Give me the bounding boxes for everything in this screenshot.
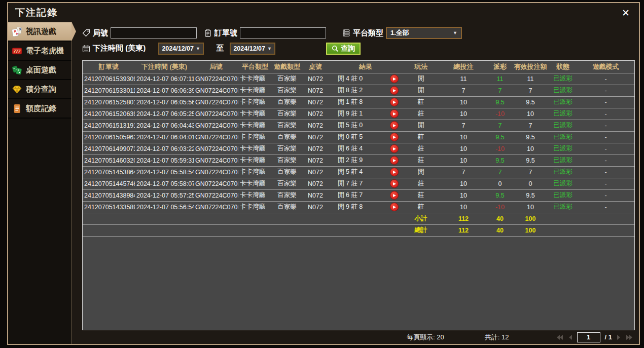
cell-order-no: 241207061533011 [83, 85, 135, 96]
date-to-picker[interactable]: 2024/12/07 ▼ [230, 43, 275, 55]
cell-order-no: 241207051438984 [83, 189, 135, 201]
order-label: 訂單號 [214, 28, 237, 38]
cell-round-no: GN07224C070E0 [194, 85, 238, 96]
prev-page-icon[interactable] [568, 334, 573, 340]
next-page-icon[interactable] [617, 334, 621, 340]
play-icon[interactable] [390, 74, 399, 83]
bet-time-label: 下注時間 (美東) [93, 44, 146, 53]
play-icon[interactable] [390, 121, 399, 130]
cell-table-no: N072 [302, 96, 329, 108]
search-icon [332, 45, 339, 52]
cell-game-type: 百家樂 [272, 166, 302, 178]
sidebar-item-label: 電子老虎機 [26, 46, 64, 56]
order-input[interactable] [240, 27, 326, 38]
sidebar-item-credit-records[interactable]: 額度記錄 [8, 99, 71, 119]
sidebar-item-video-games[interactable]: 9K♥視訊遊戲 [8, 22, 71, 42]
column-header: 結果 [329, 61, 403, 73]
cell-replay [385, 154, 403, 166]
play-icon[interactable] [390, 179, 399, 188]
cell-play-type: 莊 [403, 131, 439, 143]
cell-total-bet: 7 [439, 85, 488, 96]
play-icon[interactable] [390, 133, 399, 141]
date-from-picker[interactable]: 2024/12/07 ▼ [158, 43, 204, 55]
table-row: 2412070615131912024-12-07 06:04:43GN0722… [83, 120, 634, 131]
column-header: 遊戲模式 [577, 61, 634, 73]
table-row: 2412070514538642024-12-07 05:58:54GN0722… [83, 166, 634, 178]
cell-round-no: GN07224C070DN [194, 178, 238, 189]
document-icon [12, 103, 22, 114]
column-header: 局號 [194, 61, 238, 73]
cell-result: 閒 2 莊 9 [329, 154, 385, 166]
platform-select[interactable]: 1.全部 ▼ [386, 27, 462, 39]
cell-round-no: GN07224C070DZ [194, 96, 238, 108]
cell-payout: 7 [488, 166, 512, 178]
last-page-icon[interactable] [626, 334, 633, 340]
play-icon[interactable] [390, 98, 399, 106]
cell-payout: 0 [488, 178, 512, 189]
sidebar-item-points-query[interactable]: 積分查詢 [8, 80, 71, 99]
cell-game-type: 百家樂 [272, 108, 302, 120]
sum-empty [549, 224, 577, 236]
cell-game-type: 百家樂 [272, 189, 302, 201]
sum-total-bet: 112 [439, 224, 488, 236]
cell-round-no: GN07224C070DW [194, 131, 238, 143]
cell-replay [385, 96, 403, 108]
cell-order-no: 241207051453864 [83, 166, 135, 178]
cell-replay [385, 143, 403, 154]
column-header: 狀態 [549, 61, 577, 73]
cell-status: 已派彩 [549, 178, 577, 189]
cell-game-mode: - [577, 143, 634, 154]
chevron-down-icon: ▼ [196, 46, 200, 51]
page-number-input[interactable] [577, 332, 600, 342]
diamond-icon [12, 84, 22, 95]
cell-game-mode: - [577, 166, 634, 178]
cell-bet-time: 2024-12-07 06:03:22 [135, 143, 194, 154]
play-icon[interactable] [390, 109, 399, 118]
cell-game-mode: - [577, 108, 634, 120]
cell-bet-time: 2024-12-07 05:57:25 [135, 189, 194, 201]
cell-platform: 卡卡灣廳 [238, 178, 272, 189]
cell-valid-bet: 9.5 [512, 154, 549, 166]
cell-status: 已派彩 [549, 189, 577, 201]
cell-round-no: GN07224C070DX [194, 120, 238, 131]
cell-replay [385, 131, 403, 143]
cell-bet-time: 2024-12-07 05:56:54 [135, 201, 194, 213]
sidebar-item-table-games[interactable]: 桌面遊戲 [8, 61, 71, 80]
table-header-row: 訂單號下注時間 (美東)局號平台類型遊戲類型桌號結果玩法總投注派彩有效投注額狀態… [83, 61, 634, 73]
cell-bet-time: 2024-12-07 06:04:43 [135, 120, 194, 131]
cell-replay [385, 166, 403, 178]
close-icon[interactable]: ✕ [620, 7, 632, 19]
cell-round-no: GN07224C070E1 [194, 73, 238, 85]
cell-game-type: 百家樂 [272, 154, 302, 166]
cell-game-type: 百家樂 [272, 131, 302, 143]
cell-total-bet: 10 [439, 131, 488, 143]
first-page-icon[interactable] [556, 334, 563, 340]
table-row: 2412070514457462024-12-07 05:58:07GN0722… [83, 178, 634, 189]
play-icon[interactable] [390, 168, 399, 176]
cell-order-no: 241207061539309 [83, 73, 135, 85]
cell-status: 已派彩 [549, 73, 577, 85]
table-row: 2412070615206392024-12-07 06:05:25GN0722… [83, 108, 634, 120]
round-label: 局號 [93, 28, 108, 38]
query-button[interactable]: 查詢 [326, 43, 361, 55]
table-row: 2412070514389842024-12-07 05:57:25GN0722… [83, 189, 634, 201]
cell-payout: 11 [488, 73, 512, 85]
column-header: 訂單號 [83, 61, 135, 73]
cell-play-type: 閒 [403, 73, 439, 85]
cell-result: 閒 9 莊 8 [329, 201, 385, 213]
cell-replay [385, 120, 403, 131]
play-icon[interactable] [390, 144, 399, 153]
sidebar-item-slot-machines[interactable]: 777電子老虎機 [8, 42, 71, 61]
cell-play-type: 莊 [403, 189, 439, 201]
cell-bet-time: 2024-12-07 06:04:01 [135, 131, 194, 143]
play-icon[interactable] [390, 86, 399, 95]
chevron-down-icon: ▼ [453, 30, 457, 35]
play-icon[interactable] [390, 203, 399, 211]
cell-replay [385, 201, 403, 213]
play-icon[interactable] [390, 191, 399, 200]
round-input[interactable] [111, 27, 197, 38]
filter-row-2: 下注時間 (美東) 2024/12/07 ▼ 至 2024/12/07 ▼ 查詢 [82, 42, 635, 56]
cell-order-no: 241207051445746 [83, 178, 135, 189]
bet-records-table: 訂單號下注時間 (美東)局號平台類型遊戲類型桌號結果玩法總投注派彩有效投注額狀態… [83, 61, 634, 237]
play-icon[interactable] [390, 156, 399, 165]
